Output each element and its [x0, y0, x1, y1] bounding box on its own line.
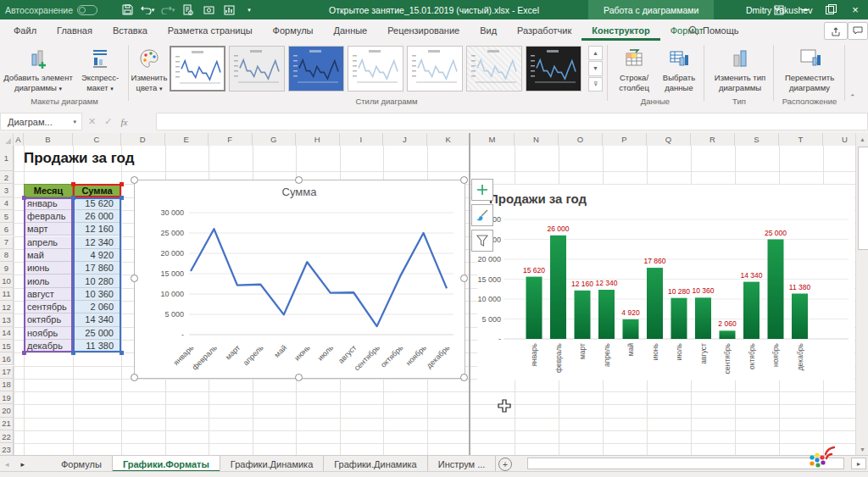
scroll-right-icon[interactable]: ▸ [851, 458, 866, 469]
row-header-16[interactable]: 16 [0, 352, 14, 365]
range-handle[interactable] [120, 351, 124, 355]
worksheet-grid[interactable]: 1234567891011121314151617181920212223 Пр… [0, 146, 868, 455]
chart-styles-button[interactable] [471, 204, 493, 226]
help-search[interactable]: Помощь [688, 19, 739, 41]
scroll-down-icon[interactable]: ▼ [856, 443, 868, 455]
next-sheet-icon[interactable]: ▸ [21, 460, 25, 469]
table-cell-value[interactable]: 12 160 [73, 223, 121, 236]
column-header-R[interactable]: R [691, 133, 735, 146]
table-cell-value[interactable]: 10 280 [73, 275, 121, 287]
selection-handle[interactable] [460, 374, 468, 381]
range-handle[interactable] [71, 182, 75, 186]
enter-icon[interactable]: ✓ [104, 116, 112, 127]
column-header-P[interactable]: P [603, 133, 647, 146]
gallery-up-icon[interactable]: ▲ [588, 46, 603, 60]
close-button[interactable]: × [843, 0, 868, 19]
selection-handle[interactable] [295, 374, 303, 381]
row-header-7[interactable]: 7 [0, 236, 14, 249]
column-header-K[interactable]: K [427, 133, 471, 146]
chart-filters-button[interactable] [471, 230, 493, 252]
table-cell-value[interactable]: 14 340 [73, 313, 121, 326]
gallery-more-icon[interactable]: ⊽ [588, 77, 603, 92]
undo-icon[interactable]: ▾ [139, 2, 156, 19]
ribbon-tab-Файл[interactable]: Файл [3, 19, 47, 41]
table-cell-month[interactable]: февраль [24, 210, 73, 223]
sheet-tab-Формулы[interactable]: Формулы [51, 456, 113, 472]
chart-style-thumbnail-4[interactable] [348, 46, 403, 92]
selection-handle[interactable] [295, 176, 303, 184]
gallery-down-icon[interactable]: ▼ [588, 61, 603, 75]
ribbon-tab-Вид[interactable]: Вид [470, 19, 507, 41]
table-cell-value[interactable]: 4 920 [73, 249, 121, 262]
chart-style-thumbnail-6[interactable] [466, 46, 522, 92]
row-header-18[interactable]: 18 [0, 379, 14, 391]
row-header-11[interactable]: 11 [0, 288, 14, 301]
ribbon-tab-Данные[interactable]: Данные [323, 19, 377, 41]
scroll-up-icon[interactable]: ▲ [856, 133, 868, 145]
table-cell-month[interactable]: декабрь [24, 340, 73, 352]
row-header-22[interactable]: 22 [0, 430, 14, 443]
table-cell-month[interactable]: ноябрь [24, 327, 73, 340]
chart-style-thumbnail-3[interactable] [288, 46, 344, 92]
range-handle[interactable] [71, 196, 75, 200]
column-header-M[interactable]: M [470, 133, 515, 146]
range-handle[interactable] [22, 351, 26, 355]
table-cell-month[interactable]: март [24, 223, 73, 236]
selection-handle[interactable] [460, 275, 468, 282]
column-header-F[interactable]: F [209, 133, 253, 146]
selection-handle[interactable] [131, 176, 138, 184]
row-header-20[interactable]: 20 [0, 404, 14, 417]
column-header-T[interactable]: T [779, 133, 823, 146]
comments-button[interactable] [848, 22, 868, 40]
cancel-icon[interactable]: ✕ [88, 116, 96, 127]
column-header-J[interactable]: J [383, 133, 427, 146]
row-header-9[interactable]: 9 [0, 262, 14, 275]
table-cell-value[interactable]: 11 380 [73, 340, 121, 352]
selection-handle[interactable] [131, 374, 138, 381]
ribbon-tab-Формулы[interactable]: Формулы [263, 19, 324, 41]
row-header-19[interactable]: 19 [0, 391, 14, 404]
row-header-2[interactable]: 2 [0, 171, 14, 184]
share-button[interactable] [824, 22, 848, 40]
select-all-corner[interactable] [0, 133, 14, 146]
table-cell-value[interactable]: 2 060 [73, 301, 121, 313]
selection-handle[interactable] [131, 275, 138, 282]
table-cell-value[interactable]: 17 860 [73, 262, 121, 275]
column-header-D[interactable]: D [121, 133, 165, 146]
row-header-13[interactable]: 13 [0, 313, 14, 326]
add-sheet-button[interactable]: + [498, 458, 512, 471]
table-cell-value[interactable]: 10 360 [73, 288, 121, 301]
column-header-C[interactable]: C [73, 133, 121, 146]
name-box[interactable]: Диаграм... ▾ [0, 113, 82, 130]
change-colors-button[interactable]: Изменить цвета ▾ [131, 43, 168, 106]
save-icon[interactable] [119, 2, 136, 19]
table-cell-month[interactable]: сентябрь [24, 301, 73, 313]
redo-icon[interactable]: ▾ [159, 2, 176, 19]
table-cell-value[interactable]: 15 620 [73, 197, 121, 210]
table-header-month[interactable]: Месяц [24, 184, 73, 197]
vertical-scroll-thumb[interactable] [858, 147, 868, 250]
customize-qat-caret-icon[interactable]: ▾ [241, 2, 258, 19]
column-header-G[interactable]: G [253, 133, 297, 146]
row-header-21[interactable]: 21 [0, 418, 14, 430]
ribbon-tab-Конструктор[interactable]: Конструктор [581, 19, 659, 41]
table-cell-value[interactable]: 25 000 [73, 327, 121, 340]
row-header-1[interactable]: 1 [0, 146, 14, 171]
table-cell-value[interactable]: 12 340 [73, 236, 121, 249]
ribbon-tab-Разметка страницы[interactable]: Разметка страницы [158, 19, 263, 41]
namebox-caret-icon[interactable]: ▾ [73, 119, 76, 125]
ribbon-tab-Вставка[interactable]: Вставка [103, 19, 158, 41]
ribbon-tab-Главная[interactable]: Главная [47, 19, 103, 41]
chart-style-thumbnail-2[interactable] [229, 46, 285, 92]
row-header-14[interactable]: 14 [0, 327, 14, 340]
restore-button[interactable] [817, 0, 843, 19]
column-header-S[interactable]: S [735, 133, 779, 146]
chart-icon[interactable] [220, 2, 237, 19]
range-handle[interactable] [120, 182, 124, 186]
row-header-4[interactable]: 4 [0, 197, 14, 210]
row-header-3[interactable]: 3 [0, 184, 14, 197]
row-header-8[interactable]: 8 [0, 249, 14, 262]
bar-chart[interactable]: -5 00010 00015 00020 00025 00030 000Прод… [477, 185, 854, 380]
chart-style-thumbnail-7[interactable] [526, 46, 581, 92]
pane-split-divider[interactable] [469, 133, 470, 455]
